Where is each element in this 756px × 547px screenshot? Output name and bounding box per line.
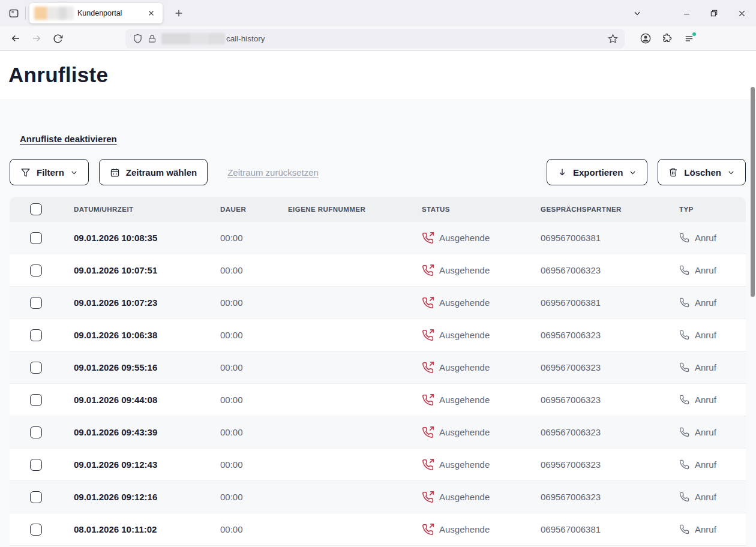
status-label: Ausgehende xyxy=(439,233,490,243)
cell-partner: 069567006323 xyxy=(541,265,679,275)
cell-partner: 069567006381 xyxy=(541,297,679,308)
page-scrollbar[interactable] xyxy=(751,87,755,297)
outgoing-call-icon xyxy=(422,491,434,503)
page-title: Anrufliste xyxy=(8,63,108,87)
chevron-down-icon xyxy=(727,169,735,176)
cell-status: Ausgehende xyxy=(422,491,541,503)
new-tab-button[interactable] xyxy=(170,4,188,22)
table-row: 09.01.2026 10:06:38 00:00 Ausgehende 069… xyxy=(10,319,746,351)
row-checkbox[interactable] xyxy=(30,265,42,276)
type-label: Anruf xyxy=(695,427,716,437)
row-checkbox[interactable] xyxy=(30,297,42,309)
extensions-icon[interactable] xyxy=(658,29,676,47)
tab-list-chevron-icon[interactable] xyxy=(625,0,649,26)
outgoing-call-icon xyxy=(422,265,434,276)
cell-type: Anruf xyxy=(679,265,746,275)
date-range-button[interactable]: Zeitraum wählen xyxy=(99,159,208,185)
cell-status: Ausgehende xyxy=(422,394,541,406)
chevron-down-icon xyxy=(70,169,78,176)
titlebar-separator xyxy=(25,7,26,20)
filter-button-label: Filtern xyxy=(37,167,64,178)
cell-type: Anruf xyxy=(679,492,746,502)
table-header-row: DATUM/UHRZEIT DAUER EIGENE RUFNUMMER STA… xyxy=(10,197,746,222)
cell-datetime: 09.01.2026 10:06:38 xyxy=(74,330,220,340)
row-checkbox[interactable] xyxy=(30,426,42,438)
call-history-table: DATUM/UHRZEIT DAUER EIGENE RUFNUMMER STA… xyxy=(10,197,746,546)
lock-icon[interactable] xyxy=(145,31,159,46)
cell-type: Anruf xyxy=(679,459,746,470)
cell-datetime: 09.01.2026 09:43:39 xyxy=(74,427,220,437)
cell-status: Ausgehende xyxy=(422,524,541,536)
row-checkbox[interactable] xyxy=(30,232,42,244)
cell-partner: 069567006323 xyxy=(541,330,679,340)
row-checkbox[interactable] xyxy=(30,362,42,374)
table-row: 09.01.2026 10:07:23 00:00 Ausgehende 069… xyxy=(10,287,746,319)
table-row: 09.01.2026 10:08:35 00:00 Ausgehende 069… xyxy=(10,222,746,254)
col-header-datetime: DATUM/UHRZEIT xyxy=(74,206,220,213)
cell-type: Anruf xyxy=(679,427,746,437)
phone-icon xyxy=(679,459,689,470)
outgoing-call-icon xyxy=(422,232,434,244)
row-checkbox[interactable] xyxy=(30,394,42,406)
close-icon[interactable] xyxy=(730,0,754,26)
table-row: 09.01.2026 09:12:43 00:00 Ausgehende 069… xyxy=(10,449,746,481)
row-checkbox[interactable] xyxy=(30,491,42,503)
row-checkbox[interactable] xyxy=(30,524,42,536)
status-label: Ausgehende xyxy=(439,492,490,502)
cell-datetime: 09.01.2026 09:44:08 xyxy=(74,395,220,405)
forward-icon[interactable] xyxy=(28,30,45,47)
firefox-view-icon[interactable] xyxy=(5,4,23,22)
account-icon[interactable] xyxy=(637,29,655,47)
table-row: 09.01.2026 09:12:16 00:00 Ausgehende 069… xyxy=(10,481,746,513)
cell-type: Anruf xyxy=(679,524,746,534)
menu-notification-dot xyxy=(692,32,696,36)
cell-type: Anruf xyxy=(679,362,746,372)
shield-icon[interactable] xyxy=(130,31,145,46)
table-row: 09.01.2026 09:43:39 00:00 Ausgehende 069… xyxy=(10,416,746,449)
reset-date-range-link[interactable]: Zeitraum zurücksetzen xyxy=(227,167,319,178)
cell-duration: 00:00 xyxy=(220,492,288,502)
reload-icon[interactable] xyxy=(49,30,66,47)
outgoing-call-icon xyxy=(422,426,434,438)
browser-titlebar: Kundenportal xyxy=(0,0,756,26)
cell-datetime: 09.01.2026 10:08:35 xyxy=(74,233,220,243)
status-label: Ausgehende xyxy=(439,297,490,308)
cell-type: Anruf xyxy=(679,233,746,243)
phone-icon xyxy=(679,233,689,243)
row-checkbox[interactable] xyxy=(30,329,42,341)
bookmark-star-icon[interactable] xyxy=(605,31,620,46)
minimize-icon[interactable] xyxy=(674,0,698,26)
col-header-duration: DAUER xyxy=(220,206,288,213)
delete-button[interactable]: Löschen xyxy=(658,159,746,185)
cell-partner: 069567006323 xyxy=(541,459,679,470)
cell-type: Anruf xyxy=(679,297,746,308)
phone-icon xyxy=(679,265,689,275)
select-all-checkbox[interactable] xyxy=(30,203,42,215)
cell-status: Ausgehende xyxy=(422,459,541,471)
action-toolbar: Filtern Zeitraum wählen Zeitraum zurücks… xyxy=(10,159,746,185)
cell-duration: 00:00 xyxy=(220,265,288,275)
deactivate-call-list-link[interactable]: Anrufliste deaktivieren xyxy=(20,134,117,144)
menu-icon[interactable] xyxy=(680,29,698,47)
status-label: Ausgehende xyxy=(439,362,490,372)
outgoing-call-icon xyxy=(422,394,434,406)
tab-close-icon[interactable] xyxy=(145,7,158,20)
cell-duration: 00:00 xyxy=(220,459,288,470)
type-label: Anruf xyxy=(695,524,716,534)
type-label: Anruf xyxy=(695,492,716,502)
restore-icon[interactable] xyxy=(702,0,726,26)
browser-tab[interactable]: Kundenportal xyxy=(29,3,163,23)
filter-button[interactable]: Filtern xyxy=(10,159,89,185)
address-bar[interactable]: call-history xyxy=(125,29,625,49)
type-label: Anruf xyxy=(695,362,716,372)
page-content: Anrufliste deaktivieren Filtern Zeitraum… xyxy=(0,99,756,547)
col-header-partner: GESPRÄCHSPARTNER xyxy=(541,206,679,213)
tab-favicon xyxy=(34,7,74,20)
back-icon[interactable] xyxy=(7,30,24,47)
type-label: Anruf xyxy=(695,459,716,470)
outgoing-call-icon xyxy=(422,329,434,341)
row-checkbox[interactable] xyxy=(30,459,42,471)
cell-type: Anruf xyxy=(679,395,746,405)
status-label: Ausgehende xyxy=(439,459,490,470)
export-button[interactable]: Exportieren xyxy=(547,159,647,185)
